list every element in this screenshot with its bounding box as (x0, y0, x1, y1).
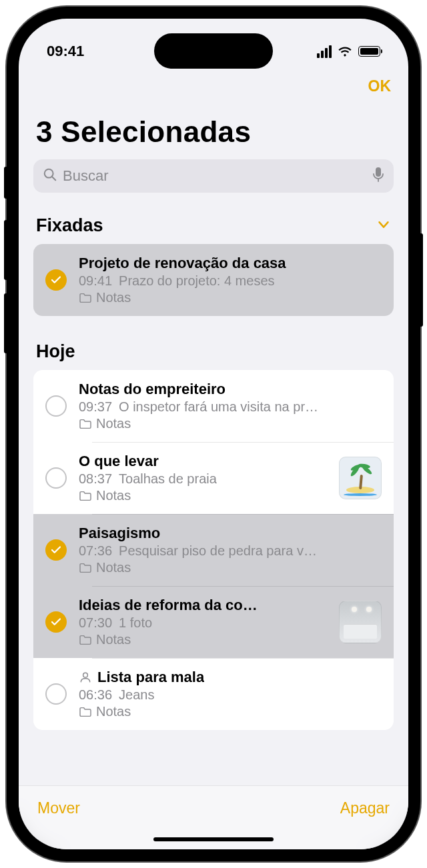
selection-checkbox[interactable] (45, 395, 67, 417)
note-title: Ideias de reforma da co… (79, 597, 258, 614)
note-meta: 07:301 foto (79, 615, 330, 631)
cellular-signal-icon (317, 45, 332, 58)
search-input[interactable] (63, 167, 367, 185)
svg-rect-2 (376, 167, 381, 177)
status-time: 09:41 (47, 43, 84, 60)
selection-checkbox[interactable] (45, 467, 67, 489)
folder-icon (79, 419, 92, 429)
note-title: Lista para mala (97, 669, 204, 686)
dynamic-island (154, 33, 273, 69)
note-title: Paisagismo (79, 525, 160, 542)
note-folder: Notas (79, 416, 382, 431)
selection-checkbox[interactable] (45, 269, 67, 291)
done-button[interactable]: OK (368, 77, 392, 95)
folder-icon (79, 563, 92, 573)
search-icon (43, 167, 57, 185)
folder-icon (79, 707, 92, 717)
note-title: Projeto de renovação da casa (79, 255, 286, 272)
note-item[interactable]: Paisagismo07:36Pesquisar piso de pedra p… (33, 514, 394, 586)
note-meta: 09:37O inspetor fará uma visita na pr… (79, 399, 382, 415)
note-body: Projeto de renovação da casa09:41Prazo d… (79, 255, 382, 305)
note-folder: Notas (79, 704, 382, 719)
note-meta: 07:36Pesquisar piso de pedra para v… (79, 543, 382, 559)
svg-point-4 (83, 673, 88, 677)
note-body: O que levar08:37Toalhas de praiaNotas (79, 453, 330, 503)
pinned-list: Projeto de renovação da casa09:41Prazo d… (33, 244, 394, 316)
note-meta: 09:41Prazo do projeto: 4 meses (79, 273, 382, 289)
today-list: Notas do empreiteiro09:37O inspetor fará… (33, 370, 394, 730)
battery-icon (358, 46, 380, 57)
selection-checkbox[interactable] (45, 683, 67, 705)
mic-icon[interactable] (372, 167, 384, 185)
shared-icon (79, 671, 92, 684)
note-item[interactable]: Projeto de renovação da casa09:41Prazo d… (33, 244, 394, 316)
section-title-today: Hoje (36, 341, 75, 362)
note-thumbnail (339, 457, 382, 499)
note-body: Paisagismo07:36Pesquisar piso de pedra p… (79, 525, 382, 575)
note-body: Ideias de reforma da co…07:301 fotoNotas (79, 597, 330, 647)
note-body: Notas do empreiteiro09:37O inspetor fará… (79, 381, 382, 431)
folder-icon (79, 491, 92, 501)
search-bar[interactable] (33, 159, 394, 193)
status-icons (317, 45, 380, 58)
folder-icon (79, 293, 92, 303)
delete-button[interactable]: Apagar (340, 799, 390, 817)
home-indicator[interactable] (153, 837, 274, 841)
section-title-pinned: Fixadas (36, 215, 103, 236)
note-folder: Notas (79, 290, 382, 305)
note-item[interactable]: Lista para mala06:36JeansNotas (33, 658, 394, 730)
note-meta: 08:37Toalhas de praia (79, 471, 330, 487)
note-item[interactable]: Notas do empreiteiro09:37O inspetor fará… (33, 370, 394, 442)
note-item[interactable]: Ideias de reforma da co…07:301 fotoNotas (33, 586, 394, 658)
section-header-pinned[interactable]: Fixadas (19, 209, 408, 244)
note-folder: Notas (79, 488, 330, 503)
note-thumbnail (339, 601, 382, 643)
note-item[interactable]: O que levar08:37Toalhas de praiaNotas (33, 442, 394, 514)
note-title: O que levar (79, 453, 159, 470)
section-header-today: Hoje (19, 335, 408, 370)
svg-line-1 (52, 177, 55, 180)
move-button[interactable]: Mover (37, 799, 80, 817)
page-title: 3 Selecionadas (19, 95, 408, 159)
selection-checkbox[interactable] (45, 611, 67, 633)
wifi-icon (337, 45, 353, 57)
note-folder: Notas (79, 632, 330, 647)
note-body: Lista para mala06:36JeansNotas (79, 669, 382, 719)
chevron-down-icon (376, 217, 391, 235)
folder-icon (79, 635, 92, 645)
note-meta: 06:36Jeans (79, 687, 382, 703)
nav-bar: OK (19, 68, 408, 95)
note-title: Notas do empreiteiro (79, 381, 226, 398)
selection-checkbox[interactable] (45, 539, 67, 561)
note-folder: Notas (79, 560, 382, 575)
